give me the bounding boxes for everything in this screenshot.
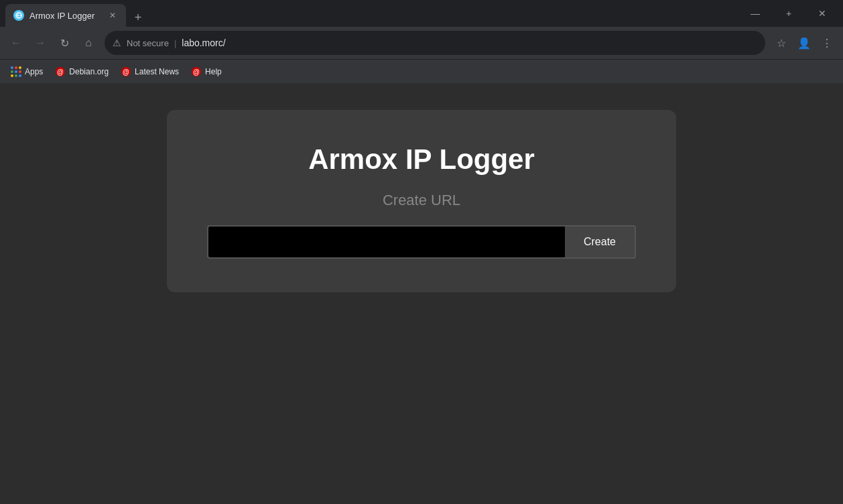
tab-favicon [13, 10, 24, 21]
apps-label: Apps [25, 67, 43, 76]
svg-text:@: @ [123, 68, 129, 76]
url-display: labo.morc/ [182, 38, 757, 48]
back-button[interactable]: ← [5, 32, 27, 54]
latest-news-favicon-icon: @ [121, 66, 131, 77]
profile-button[interactable]: 👤 [793, 32, 815, 54]
url-input-row: Create [207, 225, 636, 259]
refresh-button[interactable]: ↻ [54, 32, 75, 54]
refresh-icon: ↻ [60, 37, 69, 50]
profile-icon: 👤 [797, 37, 811, 50]
tab-close-button[interactable]: ✕ [107, 10, 118, 21]
address-bar[interactable]: ⚠ Not secure | labo.morc/ [105, 31, 765, 55]
bookmarks-bar: Apps @ Debian.org @ Latest News @ Help [0, 59, 843, 83]
create-button[interactable]: Create [565, 225, 636, 259]
new-tab-button[interactable]: + [129, 8, 147, 27]
close-button[interactable]: ✕ [807, 3, 838, 24]
bookmark-help[interactable]: @ Help [186, 64, 227, 80]
back-arrow-icon: ← [11, 37, 21, 49]
page-content: Armox IP Logger Create URL Create [0, 83, 843, 504]
home-button[interactable]: ⌂ [78, 32, 99, 54]
nav-bar: ← → ↻ ⌂ ⚠ Not secure | labo.morc/ ☆ 👤 ⋮ [0, 27, 843, 59]
forward-button[interactable]: → [29, 32, 51, 54]
maximize-button[interactable]: + [773, 3, 804, 24]
help-label: Help [205, 67, 222, 76]
bookmark-debian[interactable]: @ Debian.org [50, 64, 114, 80]
debian-label: Debian.org [69, 67, 109, 76]
bookmark-star-button[interactable]: ☆ [771, 32, 792, 54]
star-icon: ☆ [777, 37, 786, 50]
home-icon: ⌂ [85, 37, 92, 49]
latest-news-label: Latest News [135, 67, 179, 76]
bookmark-latest-news[interactable]: @ Latest News [115, 64, 184, 80]
forward-arrow-icon: → [35, 37, 46, 49]
card-subtitle: Create URL [383, 192, 460, 209]
menu-button[interactable]: ⋮ [816, 32, 838, 54]
address-separator: | [174, 38, 176, 48]
svg-text:@: @ [57, 68, 64, 76]
minimize-button[interactable]: — [740, 3, 771, 24]
main-card: Armox IP Logger Create URL Create [167, 110, 676, 292]
tab-title: Armox IP Logger [29, 11, 102, 21]
window-controls: — + ✕ [740, 3, 838, 24]
menu-icon: ⋮ [822, 37, 832, 50]
url-input[interactable] [207, 225, 565, 259]
app-title: Armox IP Logger [308, 143, 535, 176]
help-favicon-icon: @ [191, 66, 202, 77]
debian-favicon-icon: @ [55, 66, 66, 77]
svg-text:@: @ [193, 68, 200, 76]
title-bar: Armox IP Logger ✕ + — + ✕ [0, 0, 843, 27]
not-secure-label: Not secure [127, 38, 169, 48]
bookmark-apps[interactable]: Apps [5, 64, 48, 80]
active-tab[interactable]: Armox IP Logger ✕ [5, 4, 126, 27]
apps-grid-icon [11, 66, 21, 77]
security-icon: ⚠ [113, 38, 121, 48]
nav-right-controls: ☆ 👤 ⋮ [771, 32, 838, 54]
tabs-area: Armox IP Logger ✕ + [5, 0, 147, 27]
